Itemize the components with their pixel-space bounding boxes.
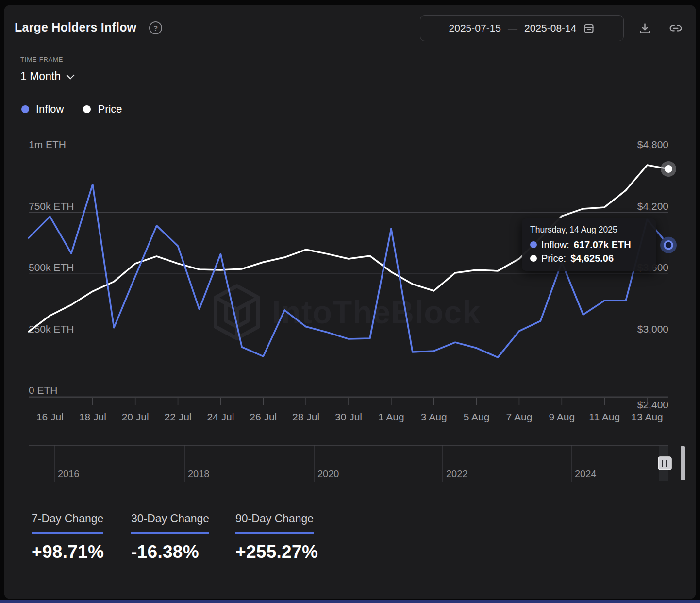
chart-tooltip: Thursday, 14 Aug 2025 Inflow: 617.07k ET… [522,218,656,271]
x-axis-label: 22 Jul [165,411,192,422]
navigator-year-label: 2016 [58,469,80,479]
tooltip-inflow-label: Inflow: [541,238,569,251]
x-axis-label: 28 Jul [292,411,319,422]
navigator-year-label: 2018 [188,469,210,479]
x-axis-label: 20 Jul [122,411,149,422]
left-axis-label: 0 ETH [29,385,58,396]
right-axis-label: $4,200 [637,201,668,212]
x-axis-label: 24 Jul [207,411,234,422]
bottom-accent-strip [0,600,700,603]
brush-handle[interactable] [658,457,671,470]
stat-label: 30-Day Change [131,512,209,534]
navigator-year-label: 2022 [446,469,468,479]
tooltip-inflow-value: 617.07k ETH [574,238,631,251]
x-axis-label: 16 Jul [36,411,64,422]
x-axis-label: 5 Aug [464,411,490,422]
inflow-dot-icon [530,241,537,248]
stat-value: -16.38% [131,542,209,562]
main-chart[interactable]: 1m ETH$4,800750k ETH$4,200500k ETH$3,600… [0,0,700,603]
x-axis-label: 3 Aug [421,411,447,422]
tooltip-price-label: Price: [541,251,566,265]
price-dot-icon [530,255,537,262]
tooltip-price-row: Price: $4,625.06 [530,251,656,265]
stat-label: 90-Day Change [235,512,314,534]
x-axis-label: 11 Aug [589,411,620,422]
right-axis-label: $3,000 [637,323,668,335]
x-axis-label: 1 Aug [378,411,404,422]
navigator-sparkline [29,447,668,479]
price-marker [665,165,672,173]
stat-7-day-change: 7-Day Change +98.71% [32,512,104,562]
x-axis-label: 18 Jul [79,411,106,422]
tooltip-date: Thursday, 14 Aug 2025 [530,225,656,235]
stat-label: 7-Day Change [32,512,103,534]
left-axis-label: 750k ETH [29,201,74,212]
navigator-right-bar[interactable] [681,446,685,480]
x-axis-label: 13 Aug [631,411,663,422]
stat-90-day-change: 90-Day Change +255.27% [235,512,318,562]
x-axis-label: 9 Aug [549,411,575,422]
x-axis-label: 30 Jul [335,411,362,422]
stat-30-day-change: 30-Day Change -16.38% [131,512,209,562]
right-axis-label: $4,800 [637,139,668,150]
tooltip-price-value: $4,625.06 [570,251,614,265]
left-axis-label: 250k ETH [29,323,74,335]
stat-value: +98.71% [32,542,104,562]
right-axis-label: $2,400 [637,399,668,410]
left-axis-label: 1m ETH [29,139,66,150]
tooltip-inflow-row: Inflow: 617.07k ETH [530,238,656,251]
left-axis-label: 500k ETH [29,262,74,273]
navigator-year-label: 2020 [317,469,339,479]
x-axis-label: 7 Aug [506,411,533,422]
navigator-year-label: 2024 [575,469,597,479]
x-axis-label: 26 Jul [250,411,277,422]
stat-value: +255.27% [235,542,318,562]
inflow-marker [665,241,672,249]
